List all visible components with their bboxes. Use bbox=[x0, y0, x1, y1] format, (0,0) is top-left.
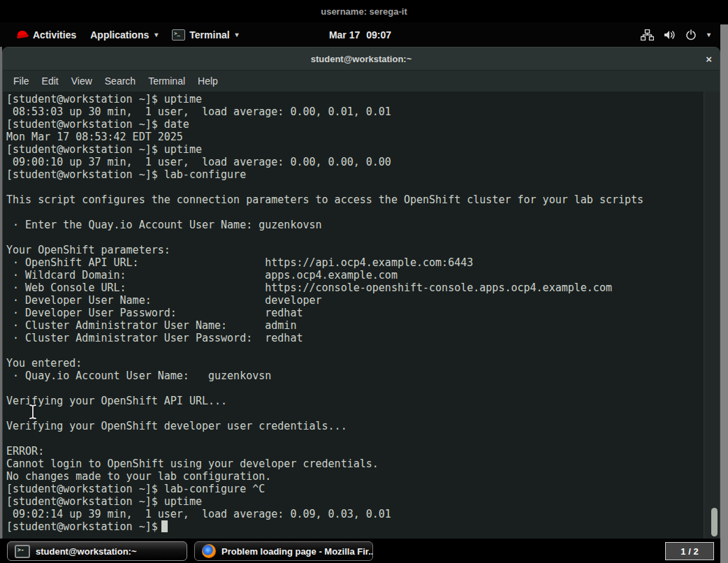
menu-search[interactable]: Search bbox=[99, 73, 142, 89]
terminal-scrollbar-thumb[interactable] bbox=[711, 508, 718, 536]
taskbar-button-firefox[interactable]: Problem loading page - Mozilla Fir... bbox=[194, 541, 373, 561]
chevron-down-icon: ▾ bbox=[707, 31, 711, 38]
activities-button[interactable]: Activities bbox=[10, 22, 83, 47]
redhat-logo-icon bbox=[17, 31, 29, 39]
taskbar-button-terminal[interactable]: >- student@workstation:~ bbox=[7, 541, 187, 561]
menu-help[interactable]: Help bbox=[191, 73, 224, 89]
workspace-switcher[interactable]: 1 / 2 bbox=[665, 542, 714, 560]
clock-time: 09:07 bbox=[366, 29, 391, 41]
remote-session-header: username: serega-it bbox=[0, 0, 728, 22]
menu-file[interactable]: File bbox=[7, 73, 36, 89]
terminal-appmenu-label: Terminal bbox=[189, 29, 229, 41]
volume-icon bbox=[663, 29, 676, 41]
taskbar-terminal-label: student@workstation:~ bbox=[36, 546, 137, 557]
chevron-down-icon: ▾ bbox=[235, 31, 239, 38]
terminal-output-text: [student@workstation ~]$ uptime 08:53:03… bbox=[3, 92, 720, 533]
terminal-appmenu[interactable]: >_ Terminal ▾ bbox=[165, 22, 245, 47]
gnome-top-panel: Activities Applications ▾ >_ Terminal ▾ … bbox=[0, 22, 720, 47]
terminal-text-cursor bbox=[161, 520, 168, 532]
menu-edit[interactable]: Edit bbox=[36, 73, 65, 89]
window-titlebar[interactable]: student@workstation:~ × bbox=[3, 47, 720, 71]
terminal-menubar: File Edit View Search Terminal Help bbox=[3, 71, 720, 92]
terminal-icon: >_ bbox=[172, 29, 185, 41]
screen: username: serega-it Activities Applicati… bbox=[0, 0, 728, 563]
menu-terminal[interactable]: Terminal bbox=[142, 73, 191, 89]
taskbar-firefox-label: Problem loading page - Mozilla Fir... bbox=[221, 546, 373, 557]
workspace-indicator: 1 / 2 bbox=[680, 546, 698, 557]
desktop-edge-right bbox=[720, 24, 728, 563]
applications-menu[interactable]: Applications ▾ bbox=[83, 22, 165, 47]
window-title: student@workstation:~ bbox=[311, 54, 412, 64]
system-status-area[interactable]: ▾ bbox=[641, 22, 711, 47]
terminal-window: student@workstation:~ × File Edit View S… bbox=[2, 47, 720, 539]
chevron-down-icon: ▾ bbox=[154, 31, 158, 38]
remote-session-title: username: serega-it bbox=[321, 6, 407, 17]
terminal-output-area[interactable]: [student@workstation ~]$ uptime 08:53:03… bbox=[3, 92, 720, 539]
terminal-icon: >- bbox=[15, 545, 30, 558]
power-icon bbox=[685, 29, 697, 41]
applications-label: Applications bbox=[90, 29, 149, 41]
window-list-taskbar: >- student@workstation:~ Problem loading… bbox=[0, 539, 720, 563]
menu-view[interactable]: View bbox=[65, 73, 99, 89]
firefox-icon bbox=[202, 544, 216, 558]
terminal-scrollbar-track[interactable] bbox=[704, 92, 720, 539]
network-icon bbox=[641, 29, 654, 41]
clock-date: Mar 17 bbox=[329, 29, 360, 41]
close-icon[interactable]: × bbox=[706, 47, 712, 71]
activities-label: Activities bbox=[33, 29, 76, 41]
